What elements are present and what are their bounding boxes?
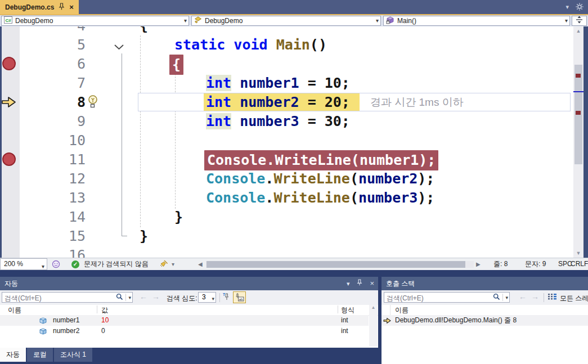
code-line: 4{ — [0, 26, 571, 35]
search-depth-dropdown[interactable]: 3 ▾ — [198, 292, 216, 303]
project-dropdown[interactable]: C# DebugDemo ▾ — [1, 16, 189, 26]
scroll-down-icon[interactable]: ▼ — [573, 250, 583, 256]
autos-panel: 자동 ▾ × ▾ ← → 검색 심도: 3 — [0, 277, 378, 348]
code-text[interactable]: } — [174, 208, 183, 227]
line-number: 11 — [17, 150, 86, 169]
close-icon[interactable]: × — [69, 3, 74, 11]
code-text[interactable]: { — [169, 55, 183, 75]
code-text[interactable]: } — [140, 227, 148, 246]
autos-title-bar[interactable]: 자동 ▾ × — [0, 277, 378, 290]
variable-value[interactable]: 0 — [101, 326, 105, 336]
chevron-down-icon[interactable]: ▾ — [172, 258, 174, 270]
type-dropdown[interactable]: DebugDemo ▾ — [191, 16, 381, 26]
chevron-down-icon: ▾ — [565, 17, 568, 24]
call-stack-title-bar[interactable]: 호출 스택 — [381, 277, 588, 290]
close-icon[interactable]: × — [370, 277, 374, 290]
scrollbar-breakpoint-mark — [576, 74, 581, 78]
tool-window-tabs: 자동로컬조사식 1 — [0, 348, 92, 362]
editor-status-bar: 200 % ▾ ✓ 문제가 검색되지 않음 ▾ ◀ ▶ 줄: 8 문자: 9 S… — [0, 258, 588, 270]
call-stack-search-input[interactable] — [384, 293, 490, 303]
current-line-arrow-icon[interactable] — [1, 96, 16, 111]
code-text[interactable]: static void Main() — [174, 35, 327, 55]
chevron-down-icon: ▾ — [212, 294, 214, 304]
code-editor[interactable]: ▲ ▼ 경과 시간 1ms 이하4{5static void Main()6{7… — [0, 26, 588, 258]
fold-chevron-icon[interactable] — [114, 42, 124, 52]
hscroll-right-icon[interactable]: ▶ — [476, 258, 481, 270]
tab-debugdemo-cs[interactable]: DebugDemo.cs × — [0, 0, 79, 14]
code-text[interactable]: Console.WriteLine(number1); — [204, 150, 438, 170]
status-insert-mode[interactable]: SPC — [558, 258, 572, 270]
pin-type-icon[interactable]: T — [223, 293, 231, 304]
separator — [147, 260, 148, 268]
line-number: 15 — [17, 227, 86, 246]
column-divider[interactable] — [97, 305, 97, 313]
all-threads-label[interactable]: 모든 스레드 — [560, 294, 588, 303]
window-list-dropdown-icon[interactable]: ▾ — [565, 3, 569, 11]
lightbulb-icon[interactable] — [87, 95, 98, 111]
code-text[interactable]: Console.WriteLine(number3); — [206, 188, 434, 208]
all-threads-icon[interactable] — [548, 293, 557, 303]
autos-column-headers[interactable]: 이름 값 형식 — [0, 305, 378, 316]
check-icon: ✓ — [71, 260, 79, 268]
chevron-down-icon[interactable]: ▾ — [128, 295, 131, 300]
chevron-down-icon[interactable]: ▾ — [505, 295, 508, 300]
status-line-ending[interactable]: CRLF — [571, 258, 588, 270]
search-icon[interactable] — [116, 293, 123, 303]
pin-icon[interactable] — [59, 3, 65, 12]
breakpoint-icon[interactable] — [2, 57, 16, 70]
scroll-up-icon[interactable]: ▲ — [573, 28, 583, 34]
call-stack-toolbar: ▾ ← → 모든 스레드 — [381, 290, 588, 305]
code-text[interactable]: Console.WriteLine(number2); — [206, 169, 434, 188]
back-arrow-icon[interactable]: ← — [140, 292, 147, 301]
hscroll-left-icon[interactable]: ◀ — [198, 258, 203, 270]
tool-tab-조사식 1[interactable]: 조사식 1 — [54, 348, 92, 362]
call-stack-column-headers[interactable]: 이름 — [381, 305, 588, 316]
svg-text:T: T — [223, 293, 226, 296]
code-line: 14} — [0, 208, 571, 227]
pin-icon[interactable] — [357, 277, 362, 290]
search-depth-label: 검색 심도: — [167, 294, 198, 303]
tool-tab-자동[interactable]: 자동 — [0, 348, 26, 362]
status-line-number[interactable]: 줄: 8 — [493, 258, 508, 270]
code-line: 8int number2 = 20; — [0, 93, 571, 112]
scrollbar-caret-mark — [573, 91, 583, 92]
forward-arrow-icon[interactable]: → — [531, 292, 539, 301]
autos-search-box[interactable]: ▾ — [2, 292, 133, 303]
back-arrow-icon[interactable]: ← — [519, 292, 527, 301]
pin-values-icon[interactable]: ab — [233, 291, 246, 303]
variable-row[interactable]: number20int — [0, 326, 369, 336]
column-divider[interactable] — [338, 305, 338, 313]
status-column-number[interactable]: 문자: 9 — [525, 258, 546, 270]
code-line: 13Console.WriteLine(number3); — [0, 188, 571, 208]
autos-search-input[interactable] — [2, 293, 113, 303]
code-cleanup-broom-icon[interactable] — [159, 260, 168, 270]
code-text[interactable]: int number1 = 10; — [206, 74, 350, 93]
line-number: 5 — [17, 35, 86, 55]
split-window-button[interactable] — [572, 16, 587, 26]
variable-value[interactable]: 10 — [101, 315, 109, 326]
hscrollbar-thumb[interactable] — [207, 261, 465, 268]
code-text[interactable]: int number3 = 30; — [206, 112, 350, 131]
problems-status-text[interactable]: 문제가 검색되지 않음 — [84, 258, 149, 270]
tool-tab-로컬[interactable]: 로컬 — [27, 348, 53, 362]
health-icon[interactable] — [52, 260, 60, 270]
separator — [125, 294, 126, 301]
member-dropdown[interactable]: Main() ▾ — [383, 16, 570, 26]
call-stack-search-box[interactable]: ▾ — [384, 292, 510, 303]
line-number: 4 — [17, 26, 86, 35]
window-position-icon[interactable]: ▾ — [347, 277, 350, 290]
code-text[interactable]: { — [140, 26, 148, 35]
zoom-dropdown[interactable]: 200 % ▾ — [0, 258, 47, 270]
autos-scrollbar[interactable]: ▲ — [369, 305, 378, 347]
forward-arrow-icon[interactable]: → — [152, 292, 160, 301]
gear-icon[interactable] — [576, 3, 583, 12]
code-line: 10 — [0, 131, 571, 150]
class-icon — [194, 16, 202, 25]
column-divider — [390, 305, 390, 315]
code-text[interactable]: int number2 = 20; — [206, 93, 350, 112]
search-icon[interactable] — [493, 293, 500, 303]
column-header-type: 형식 — [341, 305, 354, 315]
variable-row[interactable]: number110int — [0, 315, 369, 326]
breakpoint-icon[interactable] — [2, 152, 16, 166]
stack-frame-row[interactable]: DebugDemo.dll!DebugDemo.Main() 줄 8 — [381, 315, 588, 326]
